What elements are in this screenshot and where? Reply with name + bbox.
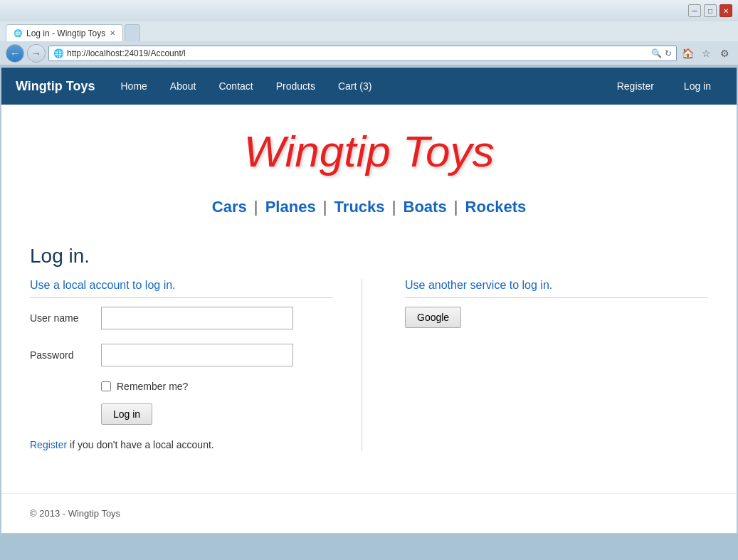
- sep-3: |: [392, 198, 396, 216]
- cat-boats[interactable]: Boats: [404, 198, 447, 216]
- local-section-title: Use a local account to log in.: [30, 279, 333, 298]
- site-wrapper: Wingtip Toys Home About Contact Products…: [1, 68, 737, 533]
- nav-right: Register Log in: [606, 68, 722, 105]
- username-label: User name: [30, 312, 101, 324]
- site-content: Wingtip Toys Cars | Planes | Trucks | Bo…: [1, 105, 737, 533]
- nav-about[interactable]: About: [159, 68, 208, 105]
- sep-1: |: [254, 198, 258, 216]
- site-title: Wingtip Toys: [16, 126, 722, 176]
- nav-bar: Wingtip Toys Home About Contact Products…: [1, 68, 737, 105]
- url-bar[interactable]: 🌐 http://localhost:24019/Account/l 🔍 ↻: [48, 46, 677, 61]
- nav-login[interactable]: Log in: [673, 68, 722, 105]
- settings-icon[interactable]: ⚙: [717, 46, 732, 61]
- search-icon: 🔍: [651, 48, 662, 58]
- tab-close-button[interactable]: ✕: [110, 29, 115, 37]
- nav-cart[interactable]: Cart (3): [327, 68, 383, 105]
- footer-text: © 2013 - Wingtip Toys: [30, 508, 120, 519]
- home-icon[interactable]: 🏠: [680, 46, 695, 61]
- service-section-title: Use another service to log in.: [405, 279, 708, 298]
- url-text: http://localhost:24019/Account/l: [67, 48, 648, 58]
- cat-trucks[interactable]: Trucks: [334, 198, 385, 216]
- remember-checkbox[interactable]: [101, 381, 111, 391]
- login-right: Use another service to log in. Google: [391, 279, 708, 450]
- register-hint-text: if you don't have a local account.: [70, 439, 214, 450]
- favorites-icon[interactable]: ☆: [698, 46, 714, 61]
- tab-favicon: 🌐: [14, 29, 22, 37]
- nav-home[interactable]: Home: [110, 68, 159, 105]
- site-footer: © 2013 - Wingtip Toys: [1, 493, 737, 533]
- register-link[interactable]: Register: [30, 439, 67, 450]
- close-button[interactable]: ✕: [719, 4, 732, 17]
- address-bar: ← → 🌐 http://localhost:24019/Account/l 🔍…: [0, 41, 738, 65]
- password-label: Password: [30, 349, 101, 361]
- refresh-icon[interactable]: ↻: [665, 48, 672, 58]
- category-nav: Cars | Planes | Trucks | Boats | Rockets: [1, 191, 737, 231]
- minimize-button[interactable]: ─: [688, 4, 701, 17]
- cat-cars[interactable]: Cars: [212, 198, 247, 216]
- remember-label: Remember me?: [117, 381, 188, 392]
- inactive-tab[interactable]: [125, 24, 140, 41]
- remember-row: Remember me?: [101, 381, 333, 392]
- username-input[interactable]: [101, 307, 293, 329]
- site-outer: Wingtip Toys Home About Contact Products…: [0, 66, 738, 534]
- password-input[interactable]: [101, 344, 293, 366]
- site-header: Wingtip Toys: [1, 105, 737, 191]
- toolbar-icons: 🏠 ☆ ⚙: [680, 46, 732, 61]
- forward-button[interactable]: →: [27, 44, 46, 63]
- back-button[interactable]: ←: [6, 44, 24, 63]
- brand-logo[interactable]: Wingtip Toys: [16, 79, 95, 94]
- nav-register[interactable]: Register: [606, 68, 665, 105]
- username-group: User name: [30, 307, 333, 329]
- nav-links: Home About Contact Products Cart (3): [110, 68, 606, 105]
- login-container: Use a local account to log in. User name…: [30, 279, 708, 450]
- sep-2: |: [323, 198, 327, 216]
- url-favicon: 🌐: [53, 48, 64, 58]
- tab-label: Log in - Wingtip Toys: [26, 28, 105, 38]
- restore-button[interactable]: □: [704, 4, 717, 17]
- cat-rockets[interactable]: Rockets: [465, 198, 527, 216]
- active-tab[interactable]: 🌐 Log in - Wingtip Toys ✕: [6, 24, 123, 41]
- cat-planes[interactable]: Planes: [265, 198, 316, 216]
- password-group: Password: [30, 344, 333, 366]
- nav-products[interactable]: Products: [265, 68, 327, 105]
- tab-bar: 🌐 Log in - Wingtip Toys ✕: [0, 21, 738, 41]
- main-content: Log in. Use a local account to log in. U…: [1, 231, 737, 479]
- sep-4: |: [454, 198, 458, 216]
- google-button[interactable]: Google: [405, 307, 461, 328]
- login-left: Use a local account to log in. User name…: [30, 279, 362, 450]
- login-button[interactable]: Log in: [101, 403, 152, 425]
- title-bar: ─ □ ✕: [0, 0, 738, 21]
- page-title: Log in.: [30, 245, 708, 268]
- nav-contact[interactable]: Contact: [207, 68, 264, 105]
- register-hint: Register if you don't have a local accou…: [30, 439, 333, 450]
